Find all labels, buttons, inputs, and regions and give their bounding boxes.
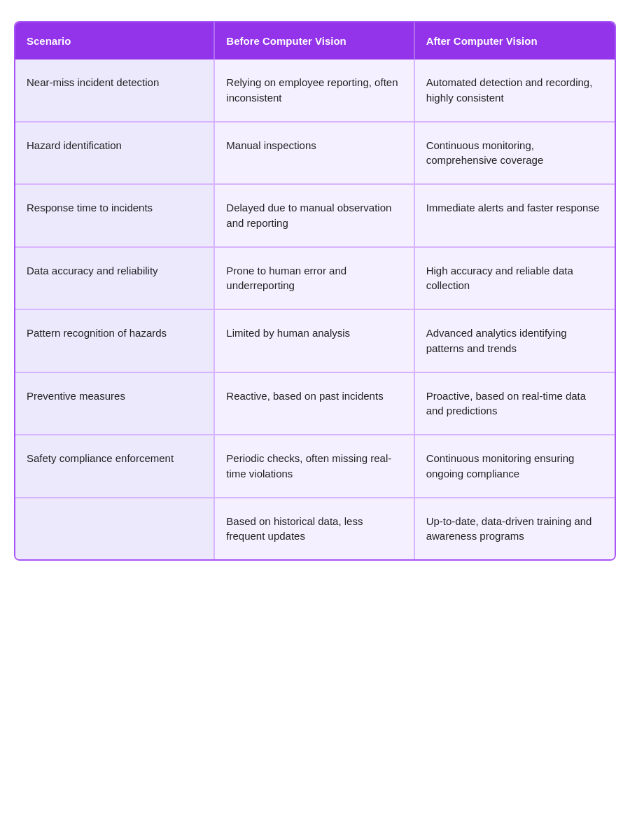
table-row: Pattern recognition of hazardsLimited by…	[15, 310, 615, 373]
table-row: Hazard identificationManual inspectionsC…	[15, 122, 615, 186]
cell-after: Continuous monitoring ensuring ongoing c…	[415, 435, 615, 497]
comparison-table: Scenario Before Computer Vision After Co…	[14, 21, 616, 561]
cell-scenario: Response time to incidents	[15, 185, 215, 246]
cell-before: Relying on employee reporting, often inc…	[215, 59, 414, 121]
cell-after: Continuous monitoring, comprehensive cov…	[415, 122, 615, 184]
table-body: Near-miss incident detectionRelying on e…	[15, 59, 615, 559]
cell-after: High accuracy and reliable data collecti…	[415, 248, 615, 309]
header-scenario: Scenario	[15, 22, 215, 59]
cell-scenario	[15, 498, 215, 560]
cell-scenario: Preventive measures	[15, 373, 215, 435]
table-row: Safety compliance enforcementPeriodic ch…	[15, 435, 615, 498]
cell-scenario: Safety compliance enforcement	[15, 435, 215, 497]
table-row: Data accuracy and reliabilityProne to hu…	[15, 248, 615, 311]
cell-before: Based on historical data, less frequent …	[215, 498, 414, 560]
cell-after: Immediate alerts and faster response	[415, 185, 615, 246]
cell-before: Reactive, based on past incidents	[215, 373, 414, 435]
cell-before: Prone to human error and underreporting	[215, 248, 414, 309]
cell-before: Limited by human analysis	[215, 310, 414, 372]
table-header: Scenario Before Computer Vision After Co…	[15, 22, 615, 59]
cell-after: Up-to-date, data-driven training and awa…	[415, 498, 615, 560]
cell-after: Proactive, based on real-time data and p…	[415, 373, 615, 435]
cell-before: Manual inspections	[215, 122, 414, 184]
cell-after: Advanced analytics identifying patterns …	[415, 310, 615, 372]
cell-scenario: Hazard identification	[15, 122, 215, 184]
cell-after: Automated detection and recording, highl…	[415, 59, 615, 121]
table-row: Near-miss incident detectionRelying on e…	[15, 59, 615, 122]
header-after: After Computer Vision	[415, 22, 615, 59]
cell-scenario: Pattern recognition of hazards	[15, 310, 215, 372]
header-before: Before Computer Vision	[215, 22, 414, 59]
cell-scenario: Near-miss incident detection	[15, 59, 215, 121]
cell-before: Periodic checks, often missing real-time…	[215, 435, 414, 497]
table-row: Response time to incidentsDelayed due to…	[15, 185, 615, 248]
table-row: Preventive measuresReactive, based on pa…	[15, 373, 615, 436]
cell-before: Delayed due to manual observation and re…	[215, 185, 414, 246]
table-row: Based on historical data, less frequent …	[15, 498, 615, 560]
cell-scenario: Data accuracy and reliability	[15, 248, 215, 309]
